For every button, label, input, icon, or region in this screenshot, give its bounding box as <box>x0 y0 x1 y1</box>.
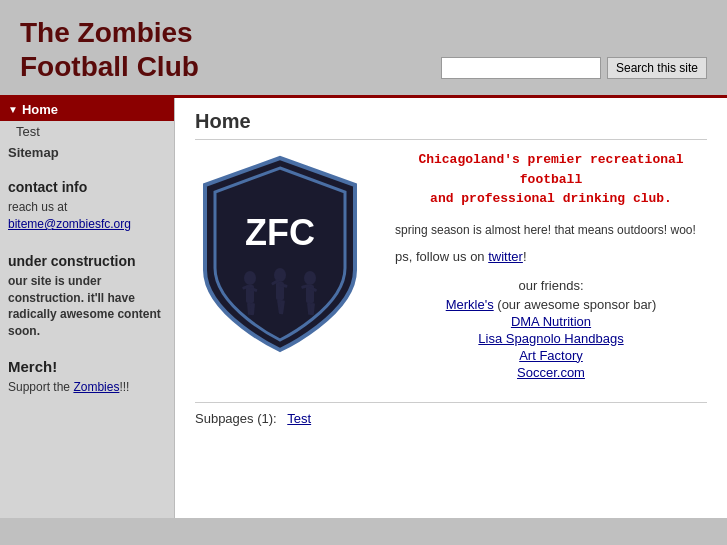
nav-item-home[interactable]: ▼ Home <box>0 98 174 121</box>
merch-link[interactable]: Zombies <box>73 380 119 394</box>
friend-suffix-0: (our awesome sponsor bar) <box>494 297 657 312</box>
follow-after-text: ! <box>523 249 527 264</box>
contact-reach-text: reach us at <box>8 200 67 214</box>
search-input[interactable] <box>441 57 601 79</box>
friend-link-soccer[interactable]: Soccer.com <box>395 365 707 380</box>
twitter-link[interactable]: twitter <box>488 249 523 264</box>
search-area: Search this site <box>441 57 707 79</box>
site-title-line1: The Zombies <box>20 17 193 48</box>
friends-section: our friends: Merkle's (our awesome spons… <box>395 278 707 380</box>
friend-link-art[interactable]: Art Factory <box>395 348 707 363</box>
subpages: Subpages (1): Test <box>195 402 707 426</box>
merch-title: Merch! <box>0 350 174 377</box>
merch-before-text: Support the <box>8 380 73 394</box>
merch-after-text: !!! <box>119 380 129 394</box>
tagline: Chicagoland's premier recreational footb… <box>395 150 707 209</box>
svg-point-13 <box>304 271 316 285</box>
main-layout: ▼ Home Test Sitemap contact info reach u… <box>0 98 727 518</box>
construction-title: under construction <box>0 245 174 271</box>
text-area: Chicagoland's premier recreational footb… <box>395 150 707 382</box>
svg-point-1 <box>244 271 256 285</box>
header: The Zombies Football Club Search this si… <box>0 0 727 98</box>
contact-email-link[interactable]: biteme@zombiesfc.org <box>8 217 131 231</box>
nav-item-sitemap[interactable]: Sitemap <box>0 142 174 163</box>
subpages-link-test[interactable]: Test <box>287 411 311 426</box>
tagline-line2: football <box>520 172 582 187</box>
tagline-line1: Chicagoland's premier recreational <box>418 152 683 167</box>
announcement-text: spring season is almost here! that means… <box>395 221 707 239</box>
nav-item-test[interactable]: Test <box>0 121 174 142</box>
construction-text: our site is under construction. it'll ha… <box>0 271 174 342</box>
nav-home-label: Home <box>22 102 58 117</box>
friends-title: our friends: <box>395 278 707 293</box>
tagline-line3: and professional drinking club. <box>430 191 672 206</box>
page-title: Home <box>195 110 707 140</box>
site-title: The Zombies Football Club <box>20 16 199 83</box>
friend-merkles: Merkle's (our awesome sponsor bar) <box>395 297 707 312</box>
sidebar: ▼ Home Test Sitemap contact info reach u… <box>0 98 175 518</box>
merch-text: Support the Zombies!!! <box>0 377 174 400</box>
zfc-shield-logo: ZFC <box>195 150 365 360</box>
friend-link-lisa[interactable]: Lisa Spagnolo Handbags <box>395 331 707 346</box>
subpages-label: Subpages (1): <box>195 411 277 426</box>
friend-link-dma[interactable]: DMA Nutrition <box>395 314 707 329</box>
search-button[interactable]: Search this site <box>607 57 707 79</box>
friend-link-merkles[interactable]: Merkle's <box>446 297 494 312</box>
follow-before-text: ps, follow us on <box>395 249 488 264</box>
svg-text:ZFC: ZFC <box>245 212 315 253</box>
content-area: Home ZFC <box>175 98 727 518</box>
content-body: ZFC <box>195 150 707 382</box>
logo-area: ZFC <box>195 150 375 382</box>
contact-title: contact info <box>0 171 174 197</box>
svg-point-7 <box>274 268 286 282</box>
follow-text: ps, follow us on twitter! <box>395 249 707 264</box>
nav-arrow-icon: ▼ <box>8 104 18 115</box>
site-title-line2: Football Club <box>20 51 199 82</box>
contact-text: reach us at biteme@zombiesfc.org <box>0 197 174 237</box>
